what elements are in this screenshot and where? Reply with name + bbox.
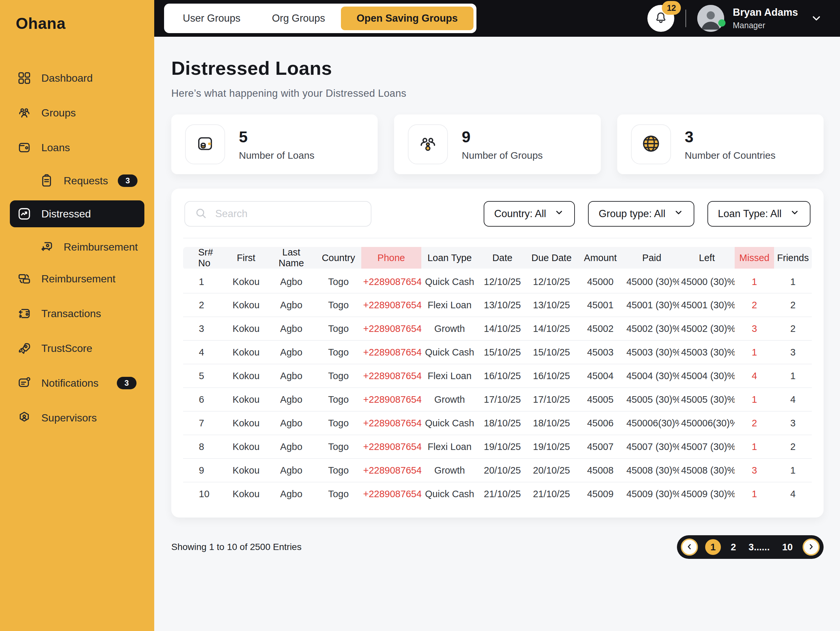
filters: Country: AllGroup type: AllLoan Type: Al… [484,201,810,227]
cell-country: Togo [316,459,361,482]
cell-phone: +22890876543 [361,364,421,388]
sidebar-item-label: Notifications [41,377,98,389]
cell-sr-no: 5 [183,364,226,388]
sidebar-item-reimbursement[interactable]: Reimbursement [32,237,144,257]
cell-sr-no: 10 [183,482,226,506]
search-box[interactable] [185,201,371,227]
profile-text: Bryan Adams Manager [733,6,798,30]
sidebar-item-distressed[interactable]: Distressed [10,200,144,227]
notifications-button[interactable]: 12 [647,5,674,32]
requests-icon [39,174,54,188]
cell-due-date: 18/10/25 [527,411,576,435]
table-card: Country: AllGroup type: AllLoan Type: Al… [171,189,824,517]
table-row: 7KokouAgboTogo+22890876543Quick Cash18/1… [183,411,812,435]
cell-due-date: 19/10/25 [527,435,576,459]
entries-summary: Showing 1 to 10 of 2500 Entries [171,542,302,552]
cell-date: 19/10/25 [478,435,527,459]
stat-card-number-of-loans: 5Number of Loans [171,114,378,174]
cell-first: Kokou [226,341,267,364]
pagination-prev-button[interactable] [681,538,698,555]
cell-due-date: 14/10/25 [527,317,576,341]
filter-country-all[interactable]: Country: All [484,201,575,227]
brand-row: Ohana [0,0,154,33]
stat-card-number-of-countries: 3Number of Countries [617,114,824,174]
table-row: 9KokouAgboTogo+22890876543Growth20/10/25… [183,459,812,482]
chevron-down-icon[interactable] [810,12,823,25]
stat-card-number-of-groups: 9Number of Groups [394,114,600,174]
sidebar-nav: DashboardGroupsLoansRequests3DistressedR… [0,66,154,440]
cell-missed: 4 [735,364,774,388]
user-role: Manager [733,21,798,30]
tab-org-groups[interactable]: Org Groups [256,6,341,30]
cell-phone: +22890876543 [361,435,421,459]
sidebar: Ohana DashboardGroupsLoansRequests3Distr… [0,0,154,631]
cell-date: 20/10/25 [478,459,527,482]
cell-phone: +22890876543 [361,341,421,364]
cell-last-name: Agbo [267,317,316,341]
column-header-friends: Friends [774,247,812,270]
filter-label: Country: All [494,208,546,220]
cell-amount: 45009 [576,482,624,506]
cell-last-name: Agbo [267,388,316,411]
cell-date: 17/10/25 [478,388,527,411]
column-header-phone: Phone [361,247,421,270]
cell-amount: 45004 [576,364,624,388]
search-icon [194,207,207,221]
table-row: 8KokouAgboTogo+22890876543Flexi Loan19/1… [183,435,812,459]
pagination-page-3[interactable]: 3...... [746,542,772,553]
cell-first: Kokou [226,388,267,411]
pagination-page-1[interactable]: 1 [705,539,721,555]
cell-paid: 45002 (30)% [624,317,679,341]
search-input[interactable] [215,208,362,220]
cell-paid: 45005 (30)% [624,388,679,411]
table-row: 4KokouAgboTogo+22890876543Quick Cash15/1… [183,341,812,364]
cell-phone: +22890876543 [361,482,421,506]
sidebar-item-label: TrustScore [41,342,92,355]
cell-country: Togo [316,293,361,317]
tab-open-saving-groups[interactable]: Open Saving Groups [341,6,474,30]
cell-country: Togo [316,435,361,459]
column-header-last-name: Last Name [267,247,316,270]
cell-left: 450006(30)% [679,411,735,435]
sidebar-item-reimbursement[interactable]: Reimbursement [10,267,144,291]
pagination-page-10[interactable]: 10 [780,542,795,553]
stat-icon-tile [185,124,225,164]
profile-menu[interactable]: Bryan Adams Manager [697,5,823,32]
sidebar-item-dashboard[interactable]: Dashboard [10,66,144,90]
stat-icon-tile [631,124,671,164]
cell-amount: 45005 [576,388,624,411]
groups-stat-icon [418,134,438,155]
cell-left: 45001 (30)% [679,293,735,317]
cell-due-date: 17/10/25 [527,388,576,411]
sidebar-item-label: Reimbursement [41,273,115,285]
cell-missed: 1 [735,388,774,411]
cell-phone: +22890876543 [361,459,421,482]
topbar: User GroupsOrg GroupsOpen Saving Groups … [154,0,840,37]
stat-value: 3 [685,128,776,146]
cell-last-name: Agbo [267,293,316,317]
sidebar-item-notifications[interactable]: Notifications3 [10,371,144,395]
cell-sr-no: 8 [183,435,226,459]
cell-missed: 1 [735,435,774,459]
pagination-page-2[interactable]: 2 [728,542,739,553]
table-row: 10KokouAgboTogo+22890876543Quick Cash21/… [183,482,812,506]
tab-user-groups[interactable]: User Groups [167,6,256,30]
pagination-next-button[interactable] [802,538,819,555]
filter-group-type-all[interactable]: Group type: All [588,201,694,227]
cell-paid: 45009 (30)% [624,482,679,506]
sidebar-item-requests[interactable]: Requests3 [32,170,144,191]
column-header-date: Date [478,247,527,270]
sidebar-collapse-button[interactable] [124,16,139,31]
cell-amount: 45007 [576,435,624,459]
filter-loan-type-all[interactable]: Loan Type: All [707,201,810,227]
sidebar-item-groups[interactable]: Groups [10,101,144,125]
sidebar-item-transactions[interactable]: Transactions [10,301,144,326]
sidebar-item-trustscore[interactable]: TrustScore [10,336,144,360]
cell-country: Togo [316,270,361,293]
sidebar-item-loans[interactable]: Loans [10,136,144,160]
stat-text: 5Number of Loans [239,128,314,161]
sidebar-item-supervisors[interactable]: Supervisors [10,406,144,430]
cell-loan-type: Growth [421,317,478,341]
wallet-stat-icon [195,134,215,155]
cell-country: Togo [316,317,361,341]
